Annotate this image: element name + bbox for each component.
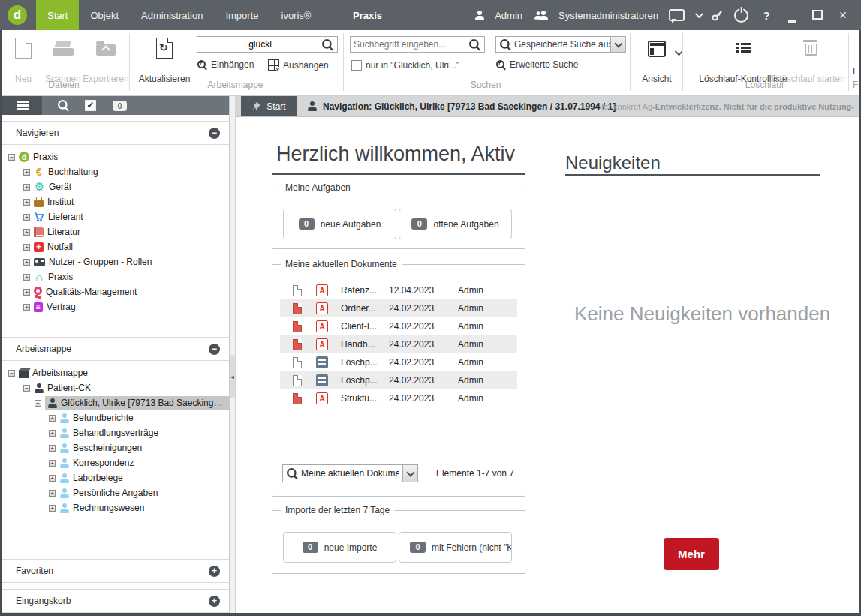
error-imports-button[interactable]: 0 mit Fehlern (nicht "Korr — [399, 532, 512, 563]
power-icon[interactable] — [734, 8, 748, 23]
neu-button[interactable]: Neu — [6, 32, 41, 86]
tree-item-lieferant[interactable]: + Lieferant — [2, 209, 229, 224]
document-row[interactable]: A Ratenz... 12.04.2023 Admin — [280, 281, 517, 299]
expand-icon[interactable]: − — [35, 400, 41, 407]
ansicht-button[interactable]: Ansicht — [635, 32, 679, 86]
expand-icon[interactable]: + — [23, 229, 30, 236]
tree-item-nutzer[interactable]: + Nutzer - Gruppen - Rollen — [2, 254, 229, 269]
section-favoriten[interactable]: Favoriten + — [2, 559, 229, 583]
tree-item-persoenliche-angaben[interactable]: + Persönliche Angaben — [2, 485, 229, 500]
document-row[interactable]: A Handb... 24.02.2023 Admin — [280, 335, 517, 353]
expand-icon[interactable]: + — [23, 169, 30, 176]
expand-icon[interactable]: − — [8, 370, 15, 377]
menu-importe[interactable]: Importe — [214, 0, 269, 30]
expand-icon[interactable]: − — [8, 154, 15, 161]
workspace-search-input[interactable] — [197, 39, 323, 50]
menu-start[interactable]: Start — [36, 0, 79, 30]
menu-objekt[interactable]: Objekt — [79, 0, 130, 30]
tree-item-praxis-root[interactable]: − d Praxis — [2, 149, 229, 164]
dropdown-arrow-icon[interactable] — [610, 37, 625, 52]
expand-section-icon[interactable]: + — [209, 596, 220, 607]
tree-item-praxis[interactable]: + ⌂ Praxis — [2, 269, 229, 284]
tree-item-notfall[interactable]: + + Notfall — [2, 239, 229, 254]
open-tasks-button[interactable]: 0 offene Aufgaben — [399, 209, 512, 239]
document-row[interactable]: Löschp... 24.02.2023 Admin — [280, 353, 517, 371]
tree-item-geraet[interactable]: + ⚙ Gerät — [2, 179, 229, 194]
section-navigieren[interactable]: Navigieren − — [2, 121, 229, 145]
sidebar-check-icon[interactable]: ✓ — [85, 100, 96, 111]
collapse-icon[interactable]: − — [209, 128, 220, 139]
expand-icon[interactable]: + — [49, 460, 56, 467]
documents-filter-dropdown[interactable]: Meine aktuellen Dokumente — [282, 464, 418, 482]
expand-icon[interactable]: + — [23, 244, 30, 251]
document-row[interactable]: A Ordner... 24.02.2023 Admin — [280, 299, 517, 317]
tree-item-institut[interactable]: + Institut — [2, 194, 229, 209]
tree-item-korrespondenz[interactable]: + Korrespondenz — [2, 455, 229, 470]
expand-icon[interactable]: + — [23, 214, 30, 221]
expand-icon[interactable]: − — [23, 385, 30, 392]
tree-item-patient-selected[interactable]: − Glücklich, Ulrike [79713 Bad Saeckinge… — [2, 395, 229, 410]
document-row[interactable]: Löschp... 24.02.2023 Admin — [280, 371, 517, 389]
current-user[interactable]: Admin — [495, 10, 522, 21]
tree-item-qm[interactable]: + Qualitäts-Management — [2, 284, 229, 299]
expand-icon[interactable]: + — [49, 430, 56, 437]
tree-item-behandlungsvertraege[interactable]: + Behandlungsverträge — [2, 425, 229, 440]
tab-start[interactable]: Start — [241, 96, 297, 116]
search-term-input[interactable] — [351, 39, 470, 50]
hamburger-menu-icon[interactable] — [2, 96, 42, 115]
current-role[interactable]: Systemadministratoren — [558, 10, 658, 21]
expand-icon[interactable]: + — [49, 505, 56, 512]
tree-item-rechnungswesen[interactable]: + Rechnungswesen — [2, 500, 229, 515]
section-arbeitsmappe[interactable]: Arbeitsmappe − — [2, 337, 229, 361]
menu-administration[interactable]: Administration — [130, 0, 214, 30]
selected-tree-item[interactable]: Glücklich, Ulrike [79713 Bad Saeckingen … — [45, 396, 229, 410]
expand-icon[interactable]: + — [49, 415, 56, 422]
tree-item-bescheinigungen[interactable]: + Bescheinigungen — [2, 440, 229, 455]
erweiterte-suche-button[interactable]: + Erweiterte Suche — [496, 59, 578, 70]
help-icon[interactable]: ? — [759, 9, 774, 22]
tree-item-buchhaltung[interactable]: + € Buchhaltung — [2, 164, 229, 179]
messages-dropdown-icon[interactable] — [695, 10, 703, 18]
document-row[interactable]: A Client-I... 24.02.2023 Admin — [280, 317, 517, 335]
maximize-icon[interactable] — [810, 9, 825, 22]
document-row[interactable]: A Struktu... 24.02.2023 Admin — [280, 389, 517, 407]
tree-item-vertrag[interactable]: + ≡ Vertrag — [2, 299, 229, 314]
expand-icon[interactable]: + — [23, 304, 30, 311]
section-eingangskorb[interactable]: Eingangskorb + — [2, 589, 229, 613]
search-icon[interactable] — [322, 39, 333, 50]
expand-icon[interactable]: + — [49, 445, 56, 452]
new-imports-button[interactable]: 0 neue Importe — [283, 532, 396, 563]
einhaengen-button[interactable]: + Einhängen — [197, 59, 254, 70]
key-icon[interactable] — [712, 9, 724, 21]
tree-item-patient-ck[interactable]: − Patient-CK — [2, 380, 229, 395]
messages-icon[interactable] — [669, 9, 685, 21]
checkbox-icon[interactable] — [351, 60, 362, 71]
tree-item-literatur[interactable]: + Literatur — [2, 224, 229, 239]
sidebar-splitter[interactable]: ◄ — [230, 96, 236, 613]
search-scope-checkbox[interactable]: nur in "Glücklich, Ulri..." — [351, 60, 459, 71]
tree-item-arbeitsmappe-root[interactable]: − Arbeitsmappe — [2, 365, 229, 380]
expand-icon[interactable]: + — [23, 289, 30, 296]
mehr-button[interactable]: Mehr — [664, 538, 719, 570]
expand-icon[interactable]: + — [49, 475, 56, 482]
scannen-button[interactable]: Scannen — [42, 32, 84, 86]
expand-icon[interactable]: + — [23, 184, 30, 191]
tree-item-befundberichte[interactable]: + Befundberichte — [2, 410, 229, 425]
tree-item-laborbelege[interactable]: + Laborbelege — [2, 470, 229, 485]
loeschlauf-starten-button[interactable]: Löschlauf starten — [775, 32, 847, 86]
expand-icon[interactable]: + — [23, 199, 30, 206]
dropdown-arrow-icon[interactable] — [402, 465, 417, 482]
aktualisieren-button[interactable]: ↻ Aktualisieren — [135, 32, 194, 86]
menu-ivoris[interactable]: ivoris® — [270, 0, 323, 30]
sidebar-search-icon[interactable] — [59, 101, 68, 110]
new-tasks-button[interactable]: 0 neue Aufgaben — [283, 209, 396, 239]
splitter-handle[interactable]: ◄ — [230, 355, 235, 398]
minimize-icon[interactable] — [784, 9, 799, 22]
sidebar-zero-badge[interactable]: 0 — [113, 101, 127, 111]
aushaengen-button[interactable]: x Aushängen — [268, 59, 329, 71]
collapse-icon[interactable]: − — [209, 344, 220, 355]
saved-search-dropdown[interactable]: Gespeicherte Suche aus — [495, 36, 626, 53]
expand-icon[interactable]: + — [49, 490, 56, 497]
expand-section-icon[interactable]: + — [209, 566, 220, 577]
exportieren-button[interactable]: Exportieren — [81, 32, 131, 86]
